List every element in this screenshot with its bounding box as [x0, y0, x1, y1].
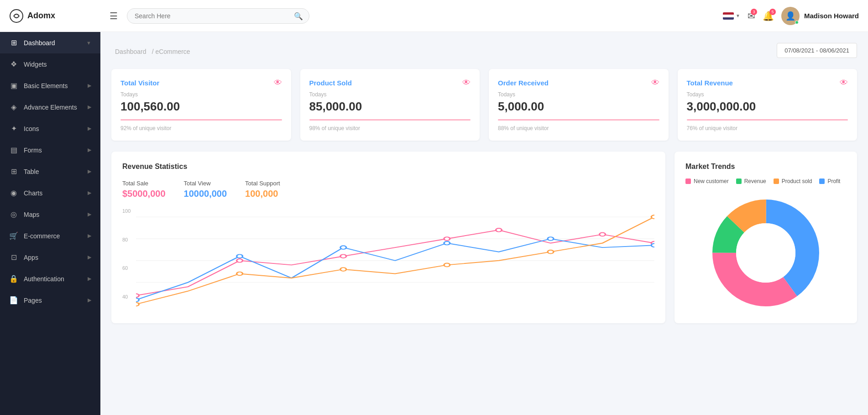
total-support-stat: Total Support 100,000: [245, 180, 280, 199]
hamburger-button[interactable]: ☰: [110, 11, 118, 21]
stat-cards: Total Visitor 👁 Todays 100,560.00 92% of…: [111, 69, 857, 141]
total-sale-stat: Total Sale $5000,000: [122, 180, 166, 199]
date-range[interactable]: 07/08/2021 - 08/06/2021: [777, 43, 857, 58]
page-header: Dashboard / eCommerce 07/08/2021 - 08/06…: [111, 43, 857, 58]
sidebar-item-apps[interactable]: ⊡ Apps ▶: [0, 247, 100, 268]
online-indicator: [795, 21, 799, 24]
eye-icon: 👁: [462, 78, 471, 88]
total-support-value: 100,000: [245, 189, 280, 199]
y-label-60: 60: [122, 265, 131, 271]
market-trends-card: Market Trends New customer Revenue Produ…: [675, 152, 857, 323]
legend-dot-product-sold: [774, 179, 779, 184]
pages-icon: 📄: [9, 296, 18, 305]
chevron-icon: ▶: [88, 83, 91, 89]
sidebar-item-label: Pages: [24, 297, 42, 304]
svg-point-12: [136, 298, 139, 302]
chevron-icon: ▶: [88, 147, 91, 153]
user-menu[interactable]: 👤 Madison Howard: [781, 7, 859, 25]
total-sale-label: Total Sale: [122, 180, 166, 187]
stat-bar: [498, 119, 659, 121]
sidebar-item-label: Forms: [24, 147, 42, 154]
y-label-40: 40: [122, 294, 131, 299]
chevron-down-icon: ▼: [736, 13, 740, 18]
stat-card-title: Product Sold: [309, 79, 352, 87]
svg-point-23: [652, 215, 654, 219]
sidebar-item-ecommerce[interactable]: 🛒 E-commerce ▶: [0, 225, 100, 247]
total-view-stat: Total View 10000,000: [184, 180, 227, 199]
logo-text: Adomx: [27, 11, 55, 21]
donut-center: [736, 223, 795, 283]
stat-value: 3,000,000.00: [687, 100, 848, 114]
navbar: Adomx ☰ 🔍 ▼ ✉ 3 🔔 5 👤 Madison Howard: [0, 0, 868, 32]
flag-icon: [723, 12, 734, 20]
language-selector[interactable]: ▼: [723, 12, 740, 20]
total-support-label: Total Support: [245, 180, 280, 187]
total-view-label: Total View: [184, 180, 227, 187]
bell-button[interactable]: 🔔 5: [763, 11, 774, 21]
mail-button[interactable]: ✉ 3: [748, 11, 755, 21]
eye-icon: 👁: [840, 78, 848, 88]
sidebar-item-label: E-commerce: [24, 232, 60, 240]
dashboard-icon: ⊞: [9, 38, 18, 47]
main-content: Dashboard / eCommerce 07/08/2021 - 08/06…: [100, 32, 868, 415]
legend-item-revenue: Revenue: [736, 178, 766, 184]
stat-card-order-received: Order Received 👁 Todays 5,000.00 88% of …: [489, 69, 669, 141]
chevron-icon: ▶: [88, 104, 91, 110]
stat-card-total-revenue: Total Revenue 👁 Todays 3,000,000.00 76% …: [678, 69, 858, 141]
avatar: 👤: [781, 7, 800, 25]
stat-note: 98% of unique visitor: [309, 125, 471, 131]
stat-value: 85,000.00: [309, 100, 471, 114]
sidebar-item-widgets[interactable]: ❖ Widgets: [0, 53, 100, 75]
sidebar-item-charts[interactable]: ◉ Charts ▶: [0, 182, 100, 204]
table-icon: ⊞: [9, 167, 18, 176]
sidebar-item-maps[interactable]: ◎ Maps ▶: [0, 204, 100, 225]
sidebar-item-label: Dashboard: [24, 39, 55, 47]
eye-icon: 👁: [274, 78, 282, 88]
stat-label: Todays: [120, 91, 282, 98]
legend-label: Profit: [827, 178, 840, 184]
stat-label: Todays: [498, 91, 659, 98]
y-label-80: 80: [122, 237, 131, 242]
chevron-icon: ▶: [88, 276, 91, 282]
bottom-section: Revenue Statistics Total Sale $5000,000 …: [111, 152, 857, 323]
chart-area: 100 80 60 40: [122, 208, 654, 309]
legend-label: Product sold: [782, 178, 812, 184]
svg-point-14: [340, 246, 346, 249]
sidebar-item-dashboard[interactable]: ⊞ Dashboard ▼: [0, 32, 100, 53]
eye-icon: 👁: [651, 78, 659, 88]
forms-icon: ▤: [9, 146, 18, 154]
stat-label: Todays: [687, 91, 848, 98]
app-logo[interactable]: Adomx: [9, 9, 110, 23]
stat-card-title: Total Revenue: [687, 79, 733, 87]
stat-card-product-sold: Product Sold 👁 Todays 85,000.00 98% of u…: [300, 69, 480, 141]
layout: ⊞ Dashboard ▼ ❖ Widgets ▣ Basic Elements…: [0, 32, 868, 415]
basic-elements-icon: ▣: [9, 81, 18, 90]
total-sale-value: $5000,000: [122, 189, 166, 199]
sidebar-item-advance-elements[interactable]: ◈ Advance Elements ▶: [0, 96, 100, 118]
page-title: Dashboard / eCommerce: [111, 45, 190, 57]
sidebar-item-label: Maps: [24, 211, 39, 218]
search-input[interactable]: [127, 8, 309, 24]
sidebar-item-icons[interactable]: ✦ Icons ▶: [0, 118, 100, 139]
sidebar-item-pages[interactable]: 📄 Pages ▶: [0, 289, 100, 311]
search-bar: 🔍: [127, 8, 309, 24]
sidebar-item-basic-elements[interactable]: ▣ Basic Elements ▶: [0, 75, 100, 96]
svg-point-15: [444, 242, 450, 245]
sidebar: ⊞ Dashboard ▼ ❖ Widgets ▣ Basic Elements…: [0, 32, 100, 415]
legend-dot-profit: [819, 179, 825, 184]
chart-legend: New customer Revenue Product sold Profit: [685, 178, 846, 184]
revenue-section-title: Revenue Statistics: [122, 163, 654, 171]
sidebar-item-label: Advance Elements: [24, 104, 77, 111]
y-axis-labels: 100 80 60 40: [122, 208, 131, 309]
advance-elements-icon: ◈: [9, 103, 18, 111]
sidebar-item-forms[interactable]: ▤ Forms ▶: [0, 139, 100, 161]
sidebar-item-authentication[interactable]: 🔒 Authentication ▶: [0, 268, 100, 289]
legend-item-product-sold: Product sold: [774, 178, 812, 184]
chevron-icon: ▶: [88, 254, 91, 260]
svg-point-10: [600, 233, 606, 236]
sidebar-item-table[interactable]: ⊞ Table ▶: [0, 161, 100, 182]
navbar-right: ▼ ✉ 3 🔔 5 👤 Madison Howard: [723, 7, 859, 25]
chevron-icon: ▶: [88, 297, 91, 303]
svg-point-0: [10, 10, 23, 22]
charts-icon: ◉: [9, 189, 18, 197]
